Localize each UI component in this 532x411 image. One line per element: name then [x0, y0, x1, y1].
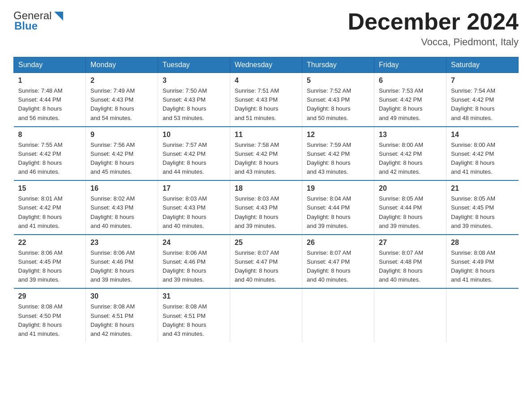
- day-number: 9: [90, 131, 153, 139]
- calendar-cell: 21Sunrise: 8:05 AM Sunset: 4:45 PM Dayli…: [446, 180, 519, 235]
- logo-blue: Blue: [13, 20, 38, 32]
- calendar-cell: 11Sunrise: 7:58 AM Sunset: 4:42 PM Dayli…: [230, 127, 302, 181]
- day-info: Sunrise: 8:00 AM Sunset: 4:42 PM Dayligh…: [379, 141, 442, 177]
- day-info: Sunrise: 8:00 AM Sunset: 4:42 PM Dayligh…: [451, 141, 514, 177]
- page-header: General Blue December 2024 Vocca, Piedmo…: [13, 9, 519, 48]
- day-number: 8: [18, 131, 82, 139]
- day-info: Sunrise: 8:08 AM Sunset: 4:49 PM Dayligh…: [451, 248, 514, 285]
- day-number: 26: [307, 239, 369, 247]
- day-info: Sunrise: 7:51 AM Sunset: 4:43 PM Dayligh…: [235, 86, 297, 123]
- calendar-cell: 16Sunrise: 8:02 AM Sunset: 4:43 PM Dayli…: [86, 180, 158, 235]
- day-info: Sunrise: 8:06 AM Sunset: 4:45 PM Dayligh…: [18, 248, 82, 285]
- calendar-cell: [446, 288, 519, 342]
- calendar-cell: 15Sunrise: 8:01 AM Sunset: 4:42 PM Dayli…: [14, 180, 86, 235]
- column-header-sunday: Sunday: [14, 57, 86, 73]
- day-info: Sunrise: 8:08 AM Sunset: 4:51 PM Dayligh…: [163, 302, 225, 338]
- column-header-wednesday: Wednesday: [230, 57, 302, 73]
- day-info: Sunrise: 7:54 AM Sunset: 4:42 PM Dayligh…: [451, 86, 514, 123]
- day-number: 13: [379, 131, 442, 139]
- day-info: Sunrise: 8:08 AM Sunset: 4:51 PM Dayligh…: [90, 302, 153, 338]
- day-info: Sunrise: 8:08 AM Sunset: 4:50 PM Dayligh…: [18, 302, 82, 338]
- calendar-subtitle: Vocca, Piedmont, Italy: [348, 36, 519, 48]
- calendar-cell: 4Sunrise: 7:51 AM Sunset: 4:43 PM Daylig…: [230, 73, 302, 127]
- day-number: 22: [18, 239, 82, 247]
- day-number: 7: [451, 77, 514, 85]
- day-number: 25: [235, 239, 297, 247]
- logo: General Blue: [13, 9, 65, 32]
- day-number: 29: [18, 292, 82, 300]
- day-number: 20: [379, 184, 442, 193]
- day-info: Sunrise: 8:07 AM Sunset: 4:47 PM Dayligh…: [307, 248, 369, 285]
- day-info: Sunrise: 8:07 AM Sunset: 4:47 PM Dayligh…: [235, 248, 297, 285]
- day-number: 2: [90, 77, 153, 85]
- day-info: Sunrise: 7:56 AM Sunset: 4:42 PM Dayligh…: [90, 141, 153, 177]
- day-number: 10: [163, 131, 225, 139]
- calendar-cell: 7Sunrise: 7:54 AM Sunset: 4:42 PM Daylig…: [446, 73, 519, 127]
- day-info: Sunrise: 7:58 AM Sunset: 4:42 PM Dayligh…: [235, 141, 297, 177]
- day-info: Sunrise: 7:59 AM Sunset: 4:42 PM Dayligh…: [307, 141, 369, 177]
- day-number: 23: [90, 239, 153, 247]
- calendar-cell: 20Sunrise: 8:05 AM Sunset: 4:44 PM Dayli…: [374, 180, 446, 235]
- calendar-cell: 26Sunrise: 8:07 AM Sunset: 4:47 PM Dayli…: [302, 235, 374, 289]
- day-number: 24: [163, 239, 225, 247]
- day-info: Sunrise: 8:06 AM Sunset: 4:46 PM Dayligh…: [163, 248, 225, 285]
- day-number: 17: [163, 184, 225, 193]
- day-number: 12: [307, 131, 369, 139]
- calendar-cell: 24Sunrise: 8:06 AM Sunset: 4:46 PM Dayli…: [158, 235, 230, 289]
- day-info: Sunrise: 8:05 AM Sunset: 4:44 PM Dayligh…: [379, 194, 442, 231]
- svg-marker-0: [54, 12, 63, 21]
- calendar-cell: 13Sunrise: 8:00 AM Sunset: 4:42 PM Dayli…: [374, 127, 446, 181]
- day-number: 16: [90, 184, 153, 193]
- day-info: Sunrise: 8:01 AM Sunset: 4:42 PM Dayligh…: [18, 194, 82, 231]
- calendar-week-row: 15Sunrise: 8:01 AM Sunset: 4:42 PM Dayli…: [14, 180, 519, 235]
- column-header-thursday: Thursday: [302, 57, 374, 73]
- day-number: 27: [379, 239, 442, 247]
- day-info: Sunrise: 8:02 AM Sunset: 4:43 PM Dayligh…: [90, 194, 153, 231]
- day-info: Sunrise: 7:53 AM Sunset: 4:42 PM Dayligh…: [379, 86, 442, 123]
- calendar-title-section: December 2024 Vocca, Piedmont, Italy: [348, 9, 519, 48]
- calendar-cell: 18Sunrise: 8:03 AM Sunset: 4:43 PM Dayli…: [230, 180, 302, 235]
- calendar-cell: 10Sunrise: 7:57 AM Sunset: 4:42 PM Dayli…: [158, 127, 230, 181]
- day-number: 1: [18, 77, 82, 85]
- day-number: 15: [18, 184, 82, 193]
- calendar-cell: 22Sunrise: 8:06 AM Sunset: 4:45 PM Dayli…: [14, 235, 86, 289]
- day-number: 19: [307, 184, 369, 193]
- day-info: Sunrise: 8:03 AM Sunset: 4:43 PM Dayligh…: [235, 194, 297, 231]
- calendar-cell: 28Sunrise: 8:08 AM Sunset: 4:49 PM Dayli…: [446, 235, 519, 289]
- calendar-week-row: 29Sunrise: 8:08 AM Sunset: 4:50 PM Dayli…: [14, 288, 519, 342]
- calendar-cell: [374, 288, 446, 342]
- calendar-cell: 12Sunrise: 7:59 AM Sunset: 4:42 PM Dayli…: [302, 127, 374, 181]
- day-info: Sunrise: 8:06 AM Sunset: 4:46 PM Dayligh…: [90, 248, 153, 285]
- calendar-cell: 5Sunrise: 7:52 AM Sunset: 4:43 PM Daylig…: [302, 73, 374, 127]
- day-number: 4: [235, 77, 297, 85]
- day-number: 11: [235, 131, 297, 139]
- calendar-cell: 8Sunrise: 7:55 AM Sunset: 4:42 PM Daylig…: [14, 127, 86, 181]
- calendar-cell: 14Sunrise: 8:00 AM Sunset: 4:42 PM Dayli…: [446, 127, 519, 181]
- calendar-cell: 30Sunrise: 8:08 AM Sunset: 4:51 PM Dayli…: [86, 288, 158, 342]
- calendar-cell: 31Sunrise: 8:08 AM Sunset: 4:51 PM Dayli…: [158, 288, 230, 342]
- day-info: Sunrise: 7:52 AM Sunset: 4:43 PM Dayligh…: [307, 86, 369, 123]
- day-info: Sunrise: 8:07 AM Sunset: 4:48 PM Dayligh…: [379, 248, 442, 285]
- day-info: Sunrise: 7:50 AM Sunset: 4:43 PM Dayligh…: [163, 86, 225, 123]
- day-info: Sunrise: 8:05 AM Sunset: 4:45 PM Dayligh…: [451, 194, 514, 231]
- column-header-saturday: Saturday: [446, 57, 519, 73]
- column-header-tuesday: Tuesday: [158, 57, 230, 73]
- calendar-title: December 2024: [348, 9, 519, 34]
- day-number: 5: [307, 77, 369, 85]
- day-number: 31: [163, 292, 225, 300]
- calendar-cell: [230, 288, 302, 342]
- day-number: 21: [451, 184, 514, 193]
- day-number: 30: [90, 292, 153, 300]
- column-header-friday: Friday: [374, 57, 446, 73]
- calendar-cell: [302, 288, 374, 342]
- column-header-monday: Monday: [86, 57, 158, 73]
- calendar-cell: 19Sunrise: 8:04 AM Sunset: 4:44 PM Dayli…: [302, 180, 374, 235]
- calendar-week-row: 1Sunrise: 7:48 AM Sunset: 4:44 PM Daylig…: [14, 73, 519, 127]
- calendar-cell: 6Sunrise: 7:53 AM Sunset: 4:42 PM Daylig…: [374, 73, 446, 127]
- calendar-cell: 2Sunrise: 7:49 AM Sunset: 4:43 PM Daylig…: [86, 73, 158, 127]
- calendar-cell: 23Sunrise: 8:06 AM Sunset: 4:46 PM Dayli…: [86, 235, 158, 289]
- calendar-header-row: SundayMondayTuesdayWednesdayThursdayFrid…: [14, 57, 519, 73]
- calendar-week-row: 8Sunrise: 7:55 AM Sunset: 4:42 PM Daylig…: [14, 127, 519, 181]
- logo-triangle-icon: [52, 10, 65, 22]
- day-number: 14: [451, 131, 514, 139]
